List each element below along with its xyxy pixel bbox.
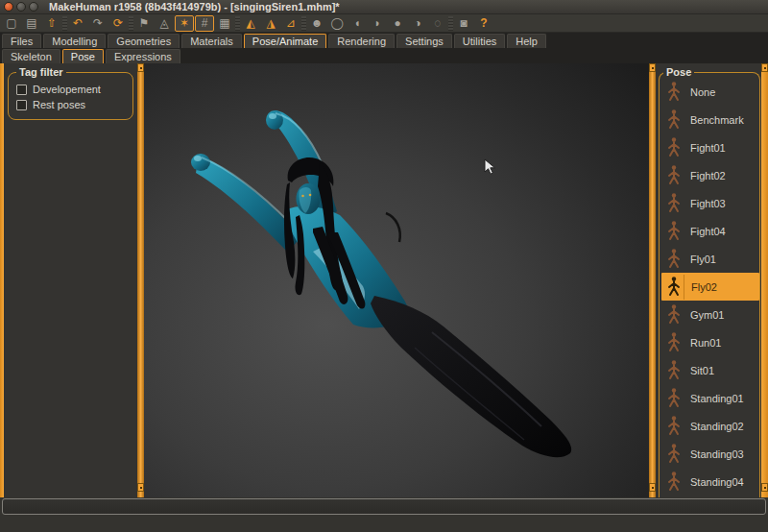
pose-item-sit01[interactable]: Sit01 (661, 356, 759, 384)
tab-help[interactable]: Help (507, 34, 546, 48)
tab-materials[interactable]: Materials (181, 34, 242, 48)
pose-item-standing01[interactable]: Standing01 (661, 384, 759, 412)
pose-label: Fight02 (690, 170, 726, 181)
pose-item-fight03[interactable]: Fight03 (661, 189, 759, 217)
pose-item-benchmark[interactable]: Benchmark (661, 106, 759, 133)
pose-item-run01[interactable]: Run01 (661, 328, 759, 356)
pose-item-fly01[interactable]: Fly01 (661, 245, 759, 273)
tab-utilities[interactable]: Utilities (454, 34, 505, 48)
toolbar-separator (448, 16, 453, 31)
tab-files[interactable]: Files (2, 34, 41, 48)
checkbox-developement[interactable]: Developement (16, 84, 127, 95)
pose-item-fly02[interactable]: Fly02 (661, 273, 759, 301)
pose-label: Benchmark (690, 114, 744, 126)
window-title: MakeHuman r1958 (8b43f414979b) - [singin… (49, 1, 340, 12)
maximize-button[interactable] (29, 2, 38, 12)
pose-label: Standing03 (690, 448, 744, 460)
head-right-view-button[interactable]: ◗ (368, 15, 387, 32)
sphere-view-button[interactable]: ● (388, 15, 407, 32)
checkbox-box[interactable] (16, 100, 27, 110)
pose-thumbnail (664, 80, 684, 105)
pose-item-fight01[interactable]: Fight01 (661, 133, 759, 161)
skeleton-toggle-button[interactable]: ✶ (175, 15, 194, 32)
checkbox-label: Rest poses (33, 99, 85, 110)
head-view-button[interactable]: ◯ (327, 15, 347, 32)
tag-filter-group: Tag filter Developement Rest poses (8, 66, 133, 120)
save-file-button[interactable]: ▤ (22, 15, 41, 32)
tab-pose-animate[interactable]: Pose/Animate (244, 34, 326, 48)
right-panel-scrollbar[interactable] (761, 63, 768, 497)
pose-label: Gym01 (690, 309, 724, 321)
mouse-cursor (484, 158, 496, 177)
pose-label: Fly01 (690, 254, 716, 265)
checkbox-box[interactable] (16, 85, 27, 95)
toolbar-icon: ◙ (460, 17, 467, 29)
undo-button[interactable]: ↶ (68, 15, 87, 32)
tab-label: Modelling (52, 36, 97, 47)
symmetry-both-button[interactable]: ⊿ (281, 15, 300, 32)
scrollbar-handle[interactable] (761, 483, 768, 492)
right-splitter[interactable] (649, 63, 656, 497)
pose-label: Standing02 (690, 421, 744, 432)
pose-item-fight02[interactable]: Fight02 (661, 161, 759, 189)
minimize-button[interactable] (16, 2, 26, 12)
pose-item-fight04[interactable]: Fight04 (661, 217, 759, 245)
screenshot-button[interactable]: ◙ (454, 15, 473, 32)
toolbar-icon: ☻ (311, 17, 324, 29)
toolbar-icon: ▦ (219, 17, 229, 29)
pose-item-standing04[interactable]: Standing04 (661, 468, 759, 496)
left-splitter[interactable] (137, 63, 144, 497)
subtab-expressions[interactable]: Expressions (106, 49, 180, 63)
flag-button[interactable]: ⚑ (134, 15, 154, 32)
splitter-handle[interactable] (649, 63, 656, 72)
toolbar-icon: ▢ (6, 17, 16, 29)
subtab-pose[interactable]: Pose (62, 49, 104, 63)
tab-modelling[interactable]: Modelling (43, 34, 106, 48)
toolbar-icon: ◯ (330, 17, 343, 29)
splitter-handle[interactable] (137, 63, 144, 72)
new-file-button[interactable]: ▢ (2, 15, 21, 32)
splitter-handle[interactable] (649, 483, 656, 492)
pose-thumbnail (664, 470, 684, 495)
viewport-3d[interactable] (144, 63, 649, 497)
selection-circle-button[interactable]: ◌ (428, 15, 447, 32)
load-file-button[interactable]: ⇧ (42, 15, 61, 32)
checkbox-rest-poses[interactable]: Rest poses (16, 99, 127, 110)
pose-thumbnail (664, 275, 684, 300)
pose-label: Fight03 (690, 198, 726, 209)
main-tab-bar: Files Modelling Geometries Materials Pos… (0, 33, 768, 48)
pose-label: Fight04 (690, 226, 726, 237)
head-left-view-button[interactable]: ◖ (348, 15, 367, 32)
tab-rendering[interactable]: Rendering (328, 34, 395, 48)
window-controls (4, 2, 41, 12)
reload-button[interactable]: ⟳ (108, 15, 128, 32)
pose-thumbnail (664, 330, 684, 355)
redo-button[interactable]: ↷ (88, 15, 108, 32)
character-model (144, 63, 649, 497)
grid-toggle-button[interactable]: # (195, 15, 214, 32)
pose-item-standing02[interactable]: Standing02 (661, 412, 759, 440)
subtab-skeleton[interactable]: Skeleton (2, 49, 60, 63)
split-view-button[interactable]: ◑ (408, 15, 427, 32)
main-toolbar: ▢ ▤ ⇧ ↶ ↷ ⟳ ⚑ ◬ ✶ # (0, 14, 768, 33)
toolbar-icon: ◑ (414, 17, 420, 29)
toolbar-icon: ◬ (159, 17, 168, 29)
pose-item-gym01[interactable]: Gym01 (661, 301, 759, 328)
symmetry-right-button[interactable]: ◮ (261, 15, 280, 32)
wireframe-mesh-button[interactable]: ◬ (155, 15, 174, 32)
toolbar-icon: ◖ (353, 17, 360, 29)
close-button[interactable] (4, 2, 13, 12)
splitter-handle[interactable] (137, 483, 144, 492)
tab-settings[interactable]: Settings (396, 34, 452, 48)
smile-view-button[interactable]: ☻ (307, 15, 326, 32)
help-button[interactable]: ? (474, 15, 493, 32)
toolbar-icon: ⇧ (47, 17, 57, 29)
pose-item-none[interactable]: None (661, 78, 759, 106)
background-toggle-button[interactable]: ▦ (215, 15, 234, 32)
tab-geometries[interactable]: Geometries (108, 34, 180, 48)
symmetry-left-button[interactable]: ◭ (241, 15, 260, 32)
toolbar-separator (129, 16, 133, 31)
pose-item-standing03[interactable]: Standing03 (661, 440, 759, 468)
toolbar-icon: ◮ (266, 17, 275, 29)
scrollbar-handle[interactable] (761, 63, 768, 72)
